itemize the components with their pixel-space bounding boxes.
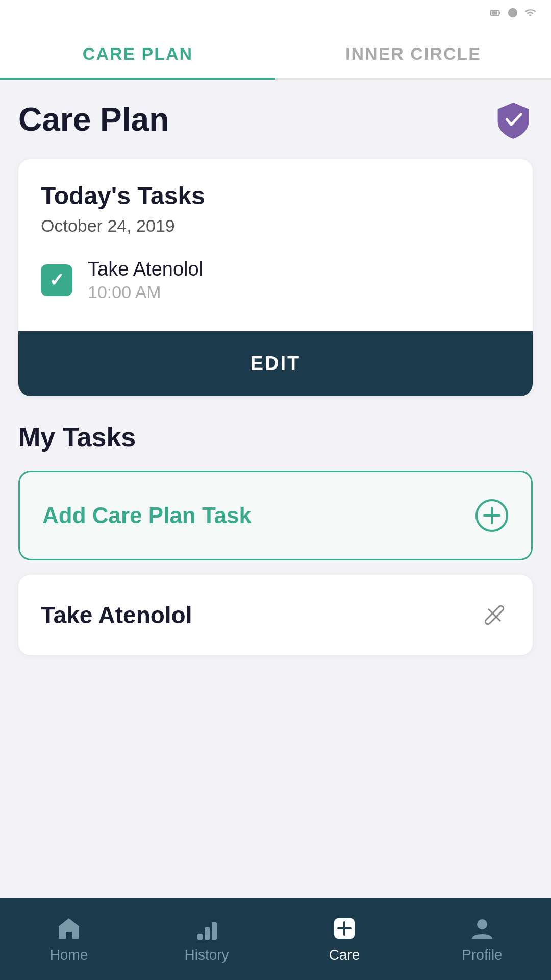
svg-rect-9 [197,934,203,940]
shield-check-icon[interactable] [494,100,533,139]
profile-icon [469,915,495,942]
my-tasks-title: My Tasks [18,422,533,452]
task-time: 10:00 AM [88,282,203,302]
svg-rect-1 [499,12,500,14]
page-header: Care Plan [18,100,533,139]
todays-tasks-card: Today's Tasks October 24, 2019 ✓ Take At… [18,159,533,396]
tab-inner-circle[interactable]: INNER CIRCLE [276,26,551,78]
task-info: Take Atenolol 10:00 AM [88,258,203,302]
svg-rect-11 [212,922,217,940]
nav-history[interactable]: History [138,915,276,963]
svg-point-3 [508,8,517,17]
status-bar [0,0,551,26]
nav-care-label: Care [329,947,360,963]
tab-care-plan[interactable]: CARE PLAN [0,26,276,78]
battery-icon [490,7,501,18]
add-task-label: Add Care Plan Task [42,503,252,528]
atenolol-task-card[interactable]: Take Atenolol [18,575,533,655]
page-title: Care Plan [18,101,169,138]
card-body: Today's Tasks October 24, 2019 ✓ Take At… [18,159,533,331]
checkmark-icon: ✓ [49,270,64,291]
task-name: Take Atenolol [88,258,203,280]
svg-point-15 [477,919,487,929]
nav-home-label: Home [50,947,88,963]
pill-icon [479,599,510,631]
task-checkbox[interactable]: ✓ [41,264,72,296]
nav-history-label: History [184,947,229,963]
my-tasks-section: My Tasks Add Care Plan Task Take Atenolo… [18,422,533,655]
history-icon [193,915,220,942]
nav-care[interactable]: Care [276,915,413,963]
wifi-icon [524,7,536,18]
add-care-plan-task-button[interactable]: Add Care Plan Task [18,471,533,560]
todays-tasks-date: October 24, 2019 [41,216,510,236]
atenolol-task-name: Take Atenolol [41,601,192,629]
nav-home[interactable]: Home [0,915,138,963]
top-tab-bar: CARE PLAN INNER CIRCLE [0,26,551,80]
svg-rect-2 [492,11,497,14]
bottom-nav: Home History Care Profile [0,898,551,980]
edit-button[interactable]: EDIT [18,331,533,396]
main-content: Care Plan Today's Tasks October 24, 2019… [0,80,551,894]
nav-profile[interactable]: Profile [413,915,551,963]
care-icon [331,915,358,942]
nav-profile-label: Profile [462,947,502,963]
todays-tasks-title: Today's Tasks [41,182,510,210]
signal-icon [507,7,518,18]
add-circle-icon [475,499,509,532]
svg-rect-10 [205,927,210,940]
task-item: ✓ Take Atenolol 10:00 AM [41,258,510,302]
home-icon [56,915,82,942]
